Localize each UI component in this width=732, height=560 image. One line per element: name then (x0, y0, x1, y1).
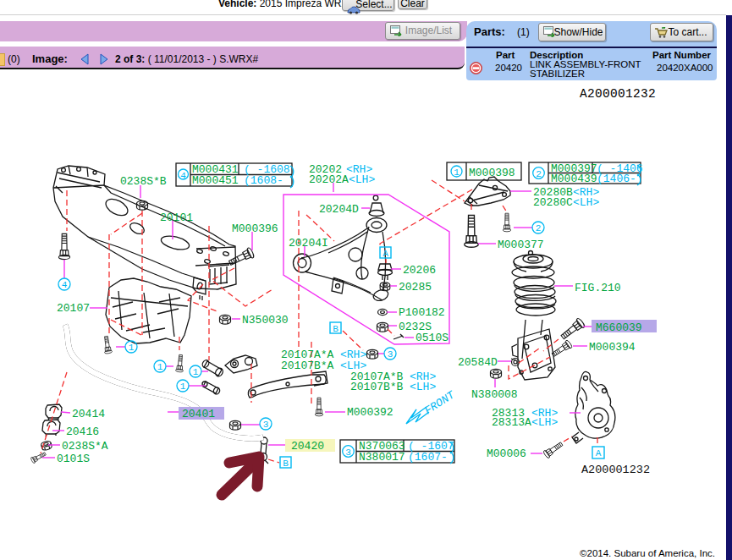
svg-text:1: 1 (180, 382, 186, 392)
svg-text:1: 1 (129, 343, 135, 353)
svg-text:A200001232: A200001232 (581, 464, 650, 476)
svg-text:N380017: N380017 (359, 451, 405, 464)
svg-text:20420: 20420 (291, 440, 324, 453)
svg-text:20416: 20416 (66, 425, 99, 438)
svg-text:20107: 20107 (57, 302, 90, 315)
svg-text:0510S: 0510S (416, 332, 449, 344)
svg-text:N380008: N380008 (471, 388, 518, 401)
svg-text:1: 1 (454, 167, 460, 178)
svg-text:4: 4 (180, 171, 186, 181)
svg-text:M660039: M660039 (596, 321, 642, 334)
svg-text:M000394: M000394 (589, 341, 636, 354)
svg-text:2: 2 (536, 169, 542, 179)
svg-text:<LH>: <LH> (349, 173, 375, 186)
svg-text:(1608-: (1608- (244, 174, 283, 187)
svg-text:20584D: 20584D (458, 356, 498, 369)
svg-text:0238S*B: 0238S*B (120, 175, 167, 188)
svg-text:<LH>: <LH> (340, 360, 366, 372)
svg-text:20401: 20401 (182, 408, 215, 420)
svg-text:M000439: M000439 (551, 173, 597, 185)
svg-text:20414: 20414 (72, 408, 105, 420)
svg-text:N350030: N350030 (242, 314, 289, 327)
svg-text:0238S*A: 0238S*A (62, 440, 108, 453)
svg-text:A: A (596, 448, 602, 458)
svg-text:M000398: M000398 (469, 167, 515, 179)
svg-text:B: B (333, 324, 338, 334)
svg-text:(1607-: (1607- (408, 451, 448, 464)
svg-text:20107B*A: 20107B*A (281, 360, 334, 372)
svg-text:20285: 20285 (399, 281, 432, 294)
svg-text:P100182: P100182 (399, 306, 445, 319)
svg-text:1: 1 (157, 362, 163, 372)
svg-text:20280C: 20280C (533, 196, 573, 209)
svg-text:4: 4 (62, 280, 68, 290)
svg-text:3: 3 (345, 447, 351, 458)
svg-text:2: 2 (536, 223, 542, 233)
svg-text:<LH>: <LH> (531, 416, 558, 429)
svg-text:M000396: M000396 (232, 222, 278, 235)
svg-text:(1406-: (1406- (597, 173, 636, 185)
svg-text:<LH>: <LH> (410, 381, 436, 393)
svg-text:M00006: M00006 (487, 447, 526, 460)
svg-text:20206: 20206 (403, 264, 436, 277)
svg-text:3: 3 (263, 420, 269, 430)
svg-text:3: 3 (388, 349, 394, 360)
svg-text:20101: 20101 (160, 211, 193, 224)
svg-text:B: B (283, 458, 289, 469)
svg-text:20107B*B: 20107B*B (350, 381, 404, 393)
svg-text:M000377: M000377 (498, 239, 544, 251)
svg-text:A: A (383, 249, 388, 259)
svg-text:20204I: 20204I (289, 237, 328, 250)
svg-text:28313A: 28313A (492, 416, 531, 429)
svg-text:1: 1 (193, 367, 199, 377)
svg-text:M000451: M000451 (192, 174, 239, 187)
svg-text:M000392: M000392 (347, 406, 394, 419)
svg-text:20204D: 20204D (319, 203, 359, 216)
svg-text:<LH>: <LH> (573, 196, 599, 209)
svg-text:FIG.210: FIG.210 (575, 282, 621, 294)
svg-text:20202A: 20202A (309, 173, 349, 186)
svg-text:0101S: 0101S (57, 453, 90, 465)
